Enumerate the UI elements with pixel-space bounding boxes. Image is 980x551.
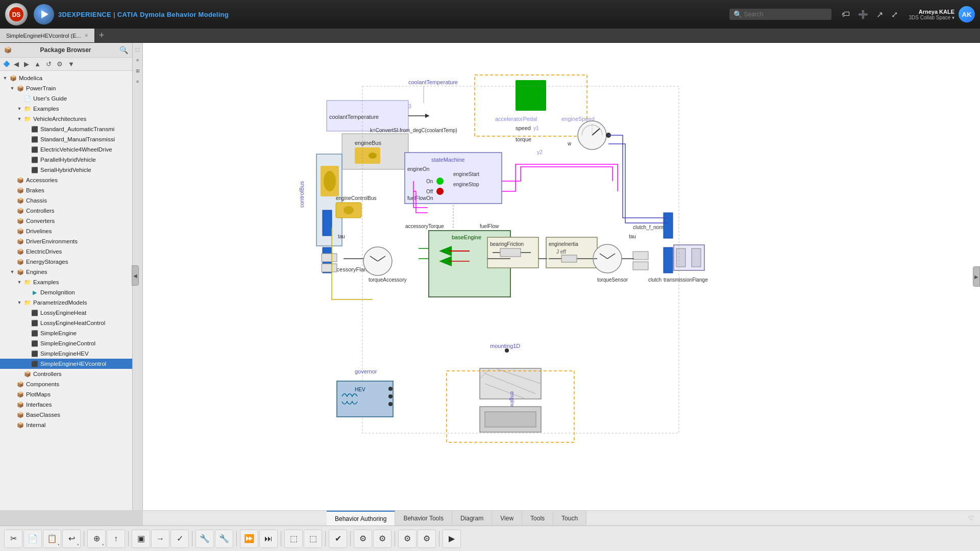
paste-btn[interactable]: 📋▾ xyxy=(43,530,61,548)
settings4-btn[interactable]: ⚙ xyxy=(418,530,436,548)
tree-item-parametrizedmodels[interactable]: ▼📁ParametrizedModels xyxy=(0,297,132,308)
left-icon-3[interactable]: ⊞ xyxy=(133,66,142,76)
tree-item-standard_manual[interactable]: ⬛Standard_ManualTransmissi xyxy=(0,134,132,144)
tree-item-serial_hybrid[interactable]: ⬛SerialHybridVehicle xyxy=(0,165,132,175)
tree-item-powertrain[interactable]: ▼📦PowerTrain xyxy=(0,83,132,93)
simulate-btn[interactable]: ▣ xyxy=(132,530,150,548)
tree-item-converters[interactable]: 📦Converters xyxy=(0,216,132,226)
bottom-tab-touch[interactable]: Touch xyxy=(553,511,586,525)
bottom-tab-view[interactable]: View xyxy=(492,511,522,525)
expand-btn-driverenvironments[interactable] xyxy=(9,238,15,244)
expand-btn-plotmaps[interactable] xyxy=(9,391,15,397)
tree-item-brakes[interactable]: 📦Brakes xyxy=(0,185,132,195)
check-btn[interactable]: ✓ xyxy=(170,530,189,548)
expand-btn-converters[interactable] xyxy=(9,218,15,224)
confirm-btn[interactable]: ✔ xyxy=(329,530,347,548)
tree-item-simplehevcontrol[interactable]: ⬛SimpleEngineHEVcontrol xyxy=(0,359,132,369)
settings1-btn[interactable]: ⚙ xyxy=(354,530,372,548)
tree-item-energystorages[interactable]: 📦EnergyStorages xyxy=(0,257,132,267)
tree-item-accessories[interactable]: 📦Accessories xyxy=(0,175,132,185)
left-icon-2[interactable]: ≡ xyxy=(133,56,142,65)
expand-btn-parallel_hybrid[interactable] xyxy=(23,157,30,163)
settings3-btn[interactable]: ⚙ xyxy=(398,530,416,548)
tab-close[interactable]: ✕ xyxy=(84,33,88,38)
bottom-tab-behavior-authoring[interactable]: Behavior Authoring xyxy=(327,511,395,525)
bookmark-btn[interactable]: 🏷 xyxy=(840,8,852,21)
tree-item-electric_vehicle[interactable]: ⬛ElectricVehicle4WheelDrive xyxy=(0,144,132,155)
expand-btn-components[interactable] xyxy=(9,381,15,387)
tree-item-modelica[interactable]: ▼📦Modelica xyxy=(0,73,132,83)
expand-btn-electricdrives[interactable] xyxy=(9,248,15,255)
add-tab-btn[interactable]: + xyxy=(95,29,109,42)
expand-btn-drivelines[interactable] xyxy=(9,228,15,234)
expand-btn-brakes[interactable] xyxy=(9,187,15,193)
expand-btn-chassis[interactable] xyxy=(9,197,15,204)
expand-btn-controllers[interactable] xyxy=(9,208,15,214)
expand-btn-engines[interactable]: ▼ xyxy=(9,269,15,275)
tree-item-simpleenginecontrol[interactable]: ⬛SimpleEngineControl xyxy=(0,338,132,348)
forward-btn[interactable]: → xyxy=(151,530,169,548)
tree-item-eng_examples[interactable]: ▼📁Examples xyxy=(0,277,132,287)
sidebar-collapse-btn[interactable]: ◀ xyxy=(132,265,139,286)
share-btn[interactable]: ↗ xyxy=(874,8,885,21)
expand-btn-parametrizedmodels[interactable]: ▼ xyxy=(16,299,22,306)
nav-forward-btn[interactable]: ▶ xyxy=(22,59,31,69)
add-btn[interactable]: ⊕▾ xyxy=(87,530,106,548)
canvas-collapse-right[interactable]: ▶ xyxy=(973,266,980,287)
expand-btn-examples[interactable]: ▼ xyxy=(16,106,22,112)
skip-btn[interactable]: ⏩ xyxy=(240,530,258,548)
tree-item-engines[interactable]: ▼📦Engines xyxy=(0,267,132,277)
tree-item-examples[interactable]: ▼📁Examples xyxy=(0,104,132,114)
tree-item-simplehev[interactable]: ⬛SimpleEngineHEV xyxy=(0,348,132,359)
nav-filter-btn[interactable]: ▼ xyxy=(66,59,76,69)
expand-btn-lossyengineheatcontrol[interactable] xyxy=(23,320,30,326)
active-tab[interactable]: SimpleEngineHEVcontrol (E... ✕ xyxy=(0,29,95,42)
tree-item-chassis[interactable]: 📦Chassis xyxy=(0,195,132,206)
undo-btn[interactable]: ↩▾ xyxy=(62,530,81,548)
expand-btn-modelica[interactable]: ▼ xyxy=(2,75,8,81)
tree-item-lossyengineheatcontrol[interactable]: ⬛LossyEngineHeatControl xyxy=(0,318,132,328)
tree-item-interfaces[interactable]: 📦Interfaces xyxy=(0,399,132,410)
nav-refresh-btn[interactable]: ↺ xyxy=(44,59,53,69)
tree-item-electricdrives[interactable]: 📦ElectricDrives xyxy=(0,246,132,257)
end-btn[interactable]: ⏭ xyxy=(259,530,278,548)
tree-item-eng_controllers[interactable]: 📦Controllers xyxy=(0,369,132,379)
favorite-btn[interactable]: ♡ xyxy=(962,511,980,525)
search-input[interactable] xyxy=(744,11,821,18)
expand-btn-serial_hybrid[interactable] xyxy=(23,167,30,173)
expand-btn-simpleengine[interactable] xyxy=(23,330,30,336)
tree-item-driverenvironments[interactable]: 📦DriverEnvironments xyxy=(0,236,132,246)
expand-btn-powertrain[interactable]: ▼ xyxy=(9,85,15,91)
tool2-btn[interactable]: 🔧 xyxy=(215,530,233,548)
tree-item-parallel_hybrid[interactable]: ⬛ParallelHybridVehicle xyxy=(0,155,132,165)
search-bar[interactable]: 🔍 xyxy=(729,9,831,20)
tree-item-lossyengineheat[interactable]: ⬛LossyEngineHeat xyxy=(0,308,132,318)
nav-back-btn[interactable]: ◀ xyxy=(12,59,20,69)
sidebar-search-btn[interactable]: 🔍 xyxy=(119,46,128,54)
expand-btn-eng_controllers[interactable] xyxy=(16,371,22,377)
expand-btn-internal[interactable] xyxy=(9,422,15,428)
tool1-btn[interactable]: 🔧 xyxy=(195,530,214,548)
expand-btn[interactable]: ⤢ xyxy=(889,8,900,21)
expand-btn-simplehev[interactable] xyxy=(23,350,30,357)
tree-item-vehiclearchitectures[interactable]: ▼📁VehicleArchitectures xyxy=(0,114,132,124)
tree-item-drivelines[interactable]: 📦Drivelines xyxy=(0,226,132,236)
plus-btn[interactable]: ➕ xyxy=(856,8,870,21)
play-btn[interactable]: ▶ xyxy=(443,530,461,548)
box1-btn[interactable]: ⬚ xyxy=(284,530,303,548)
left-icon-1[interactable]: ⬚ xyxy=(133,45,142,54)
tree-item-plotmaps[interactable]: 📦PlotMaps xyxy=(0,389,132,399)
expand-btn-eng_examples[interactable]: ▼ xyxy=(16,279,22,285)
tree-item-simpleengine[interactable]: ⬛SimpleEngine xyxy=(0,328,132,338)
expand-btn-simpleenginecontrol[interactable] xyxy=(23,340,30,346)
tree-item-controllers[interactable]: 📦Controllers xyxy=(0,206,132,216)
bottom-tab-diagram[interactable]: Diagram xyxy=(452,511,492,525)
cut-btn[interactable]: ✂ xyxy=(4,530,22,548)
settings2-btn[interactable]: ⚙ xyxy=(373,530,391,548)
tree-item-internal[interactable]: 📦Internal xyxy=(0,420,132,430)
expand-btn-baseclasses[interactable] xyxy=(9,412,15,418)
upload-btn[interactable]: ↑ xyxy=(107,530,125,548)
tree-item-baseclasses[interactable]: 📦BaseClasses xyxy=(0,410,132,420)
expand-btn-usersguide[interactable] xyxy=(16,95,22,102)
expand-btn-energystorages[interactable] xyxy=(9,259,15,265)
